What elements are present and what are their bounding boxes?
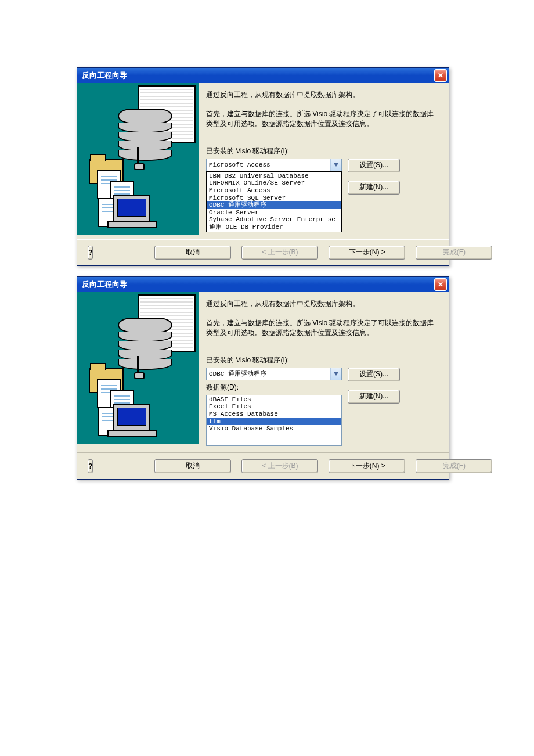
- title-text: 反向工程向导: [82, 70, 127, 81]
- setup-button[interactable]: 设置(S)...: [348, 368, 400, 381]
- list-item[interactable]: Oracle Server: [207, 209, 341, 217]
- wizard-illustration: [77, 292, 199, 444]
- titlebar: 反向工程向导 ✕: [77, 277, 449, 292]
- reverse-engineer-wizard-dialog-1: 反向工程向导 ✕: [77, 67, 449, 266]
- new-button[interactable]: 新建(N)...: [348, 390, 400, 404]
- list-item[interactable]: 通用 OLE DB Provider: [207, 224, 341, 231]
- list-item[interactable]: MS Access Database: [207, 411, 341, 418]
- finish-button: 完成(F): [416, 246, 492, 260]
- cancel-button[interactable]: 取消: [154, 459, 231, 473]
- description-1: 通过反向工程，从现有数据库中提取数据库架构。: [206, 90, 437, 100]
- driver-dropdown-list[interactable]: IBM DB2 Universal Database INFORMIX OnLi…: [206, 171, 342, 232]
- list-item[interactable]: Excel Files: [207, 403, 341, 411]
- finish-button: 完成(F): [416, 459, 492, 473]
- datasource-listbox[interactable]: dBASE Files Excel Files MS Access Databa…: [206, 395, 342, 446]
- list-item[interactable]: Microsoft Access: [207, 187, 341, 195]
- list-item[interactable]: dBASE Files: [207, 396, 341, 404]
- help-icon: ?: [88, 462, 92, 470]
- datasource-label: 数据源(D):: [206, 383, 342, 393]
- back-button: < 上一步(B): [241, 459, 318, 473]
- list-item[interactable]: Microsoft SQL Server: [207, 195, 341, 202]
- list-item[interactable]: tlm: [207, 418, 341, 426]
- driver-combobox[interactable]: ODBC 通用驱动程序: [206, 368, 342, 380]
- description-2: 首先，建立与数据库的连接。所选 Visio 驱动程序决定了可以连接的数据库类型及…: [206, 318, 437, 338]
- new-button[interactable]: 新建(N)...: [348, 181, 400, 195]
- list-item[interactable]: Sybase Adaptive Server Enterprise: [207, 216, 341, 224]
- driver-combobox-value: ODBC 通用驱动程序: [207, 369, 330, 378]
- help-button[interactable]: ?: [88, 246, 93, 260]
- cancel-button[interactable]: 取消: [154, 246, 231, 260]
- close-button[interactable]: ✕: [434, 69, 447, 82]
- help-icon: ?: [88, 249, 92, 257]
- next-button[interactable]: 下一步(N) >: [329, 459, 405, 473]
- setup-button[interactable]: 设置(S)...: [348, 159, 400, 172]
- back-button: < 上一步(B): [241, 246, 318, 260]
- wizard-footer: ? 取消 < 上一步(B) 下一步(N) > 完成(F): [77, 453, 449, 479]
- close-button[interactable]: ✕: [434, 278, 447, 291]
- drivers-label: 已安装的 Visio 驱动程序(I):: [206, 355, 437, 365]
- driver-combobox-value: Microsoft Access: [207, 161, 330, 168]
- list-item[interactable]: ODBC 通用驱动程序: [207, 201, 341, 209]
- next-button[interactable]: 下一步(N) >: [329, 246, 405, 260]
- close-icon: ✕: [438, 71, 443, 80]
- wizard-illustration: [77, 83, 199, 235]
- driver-combobox[interactable]: Microsoft Access: [206, 159, 342, 171]
- wizard-footer: ? 取消 < 上一步(B) 下一步(N) > 完成(F): [77, 239, 449, 265]
- reverse-engineer-wizard-dialog-2: 反向工程向导 ✕: [77, 276, 449, 480]
- list-item[interactable]: Visio Database Samples: [207, 425, 341, 433]
- description-2: 首先，建立与数据库的连接。所选 Visio 驱动程序决定了可以连接的数据库类型及…: [206, 109, 437, 129]
- chevron-down-icon[interactable]: [330, 368, 341, 380]
- list-item[interactable]: INFORMIX OnLine/SE Server: [207, 179, 341, 187]
- close-icon: ✕: [438, 280, 443, 289]
- title-text: 反向工程向导: [82, 279, 127, 290]
- description-1: 通过反向工程，从现有数据库中提取数据库架构。: [206, 299, 437, 309]
- titlebar: 反向工程向导 ✕: [77, 68, 449, 83]
- list-item[interactable]: IBM DB2 Universal Database: [207, 172, 341, 180]
- drivers-label: 已安装的 Visio 驱动程序(I):: [206, 146, 437, 156]
- help-button[interactable]: ?: [88, 459, 93, 473]
- chevron-down-icon[interactable]: [330, 159, 341, 171]
